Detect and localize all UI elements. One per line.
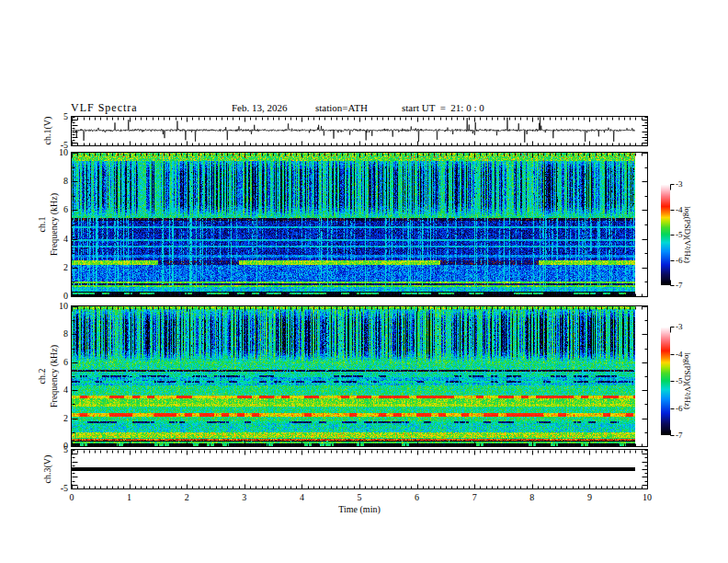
axes-ticks-overlay [0, 0, 728, 563]
vlf-spectra-figure: VLF Spectra Feb. 13, 2026 station=ATH st… [0, 0, 728, 563]
